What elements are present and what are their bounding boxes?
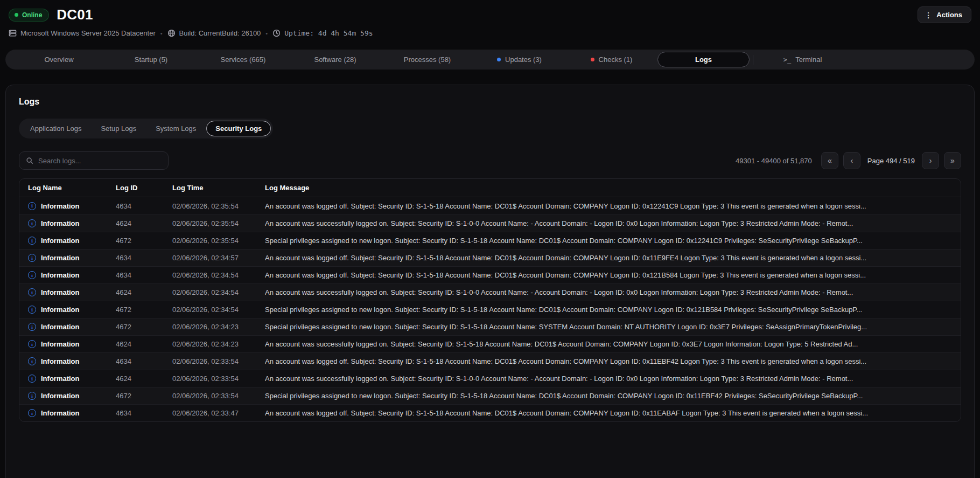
column-header-log-time: Log Time [172,184,265,192]
log-table: Log Name Log ID Log Time Log Message i I… [19,178,961,422]
tab-services[interactable]: Services (665) [197,52,289,67]
log-message: Special privileges assigned to new logon… [265,323,952,331]
log-id: 4672 [116,237,172,245]
tab-logs[interactable]: Logs [657,52,750,67]
table-row[interactable]: i Information 4634 02/06/2026, 02:34:57 … [19,249,961,266]
log-time: 02/06/2026, 02:33:47 [172,409,265,417]
uptime-info: Uptime: 4d 4h 54m 59s [272,29,373,37]
tab-software[interactable]: Software (28) [289,52,381,67]
table-row[interactable]: i Information 4624 02/06/2026, 02:35:54 … [19,214,961,232]
log-level: Information [41,306,80,314]
info-icon: i [28,237,36,245]
subtab-system-logs[interactable]: System Logs [146,121,205,136]
log-time: 02/06/2026, 02:34:57 [172,254,265,262]
table-row[interactable]: i Information 4634 02/06/2026, 02:33:47 … [19,404,961,421]
status-label: Online [22,11,42,19]
info-icon: i [28,323,36,331]
log-message: An account was logged off. Subject: Secu… [265,357,952,365]
build-text: Build: CurrentBuild: 26100 [179,29,261,37]
log-id: 4624 [116,375,172,383]
updates-notification-dot-icon [497,58,501,61]
uptime-text: Uptime: 4d 4h 54m 59s [284,29,373,37]
meta-separator: • [160,30,163,37]
build-info: Build: CurrentBuild: 26100 [167,29,261,37]
log-level: Information [41,375,80,383]
log-time: 02/06/2026, 02:34:23 [172,323,265,331]
tab-label: Logs [695,56,712,64]
tab-startup[interactable]: Startup (5) [105,52,197,67]
tab-processes[interactable]: Processes (58) [381,52,473,67]
tab-label: Overview [44,56,73,64]
server-icon [9,29,17,37]
search-input[interactable] [38,157,162,165]
last-page-button[interactable]: » [944,152,961,169]
column-header-log-message: Log Message [265,184,952,192]
table-row[interactable]: i Information 4672 02/06/2026, 02:33:54 … [19,387,961,404]
log-time: 02/06/2026, 02:33:54 [172,392,265,400]
subtab-application-logs[interactable]: Application Logs [21,121,90,136]
log-time: 02/06/2026, 02:34:23 [172,340,265,348]
log-id: 4634 [116,357,172,365]
table-row[interactable]: i Information 4672 02/06/2026, 02:34:23 … [19,318,961,335]
next-page-button[interactable]: › [922,152,939,169]
log-message: An account was logged off. Subject: Secu… [265,409,952,417]
table-row[interactable]: i Information 4634 02/06/2026, 02:33:54 … [19,352,961,370]
os-info: Microsoft Windows Server 2025 Datacenter [9,29,156,37]
table-row[interactable]: i Information 4672 02/06/2026, 02:34:54 … [19,301,961,318]
log-message: An account was successfully logged on. S… [265,375,952,383]
log-message: An account was successfully logged on. S… [265,340,952,348]
log-id: 4634 [116,409,172,417]
online-dot-icon [15,13,18,17]
clock-icon [272,29,281,37]
subtab-setup-logs[interactable]: Setup Logs [92,121,145,136]
result-range-text: 49301 - 49400 of 51,870 [736,157,812,165]
log-level: Information [41,357,80,365]
table-header-row: Log Name Log ID Log Time Log Message [19,179,961,197]
table-row[interactable]: i Information 4624 02/06/2026, 02:34:23 … [19,335,961,352]
os-name: Microsoft Windows Server 2025 Datacenter [20,29,156,37]
tab-label: Processes (58) [404,56,451,64]
kebab-menu-icon: ⋮ [925,11,932,19]
tab-terminal[interactable]: >_ Terminal [757,52,849,67]
info-icon: i [28,375,36,383]
table-row[interactable]: i Information 4634 02/06/2026, 02:35:54 … [19,197,961,214]
log-level: Information [41,288,80,296]
tab-checks[interactable]: Checks (1) [565,52,657,67]
tab-updates[interactable]: Updates (3) [473,52,565,67]
log-level: Information [41,237,80,245]
info-icon: i [28,306,36,314]
next-page-icon: › [929,157,932,164]
actions-button[interactable]: ⋮ Actions [918,6,971,23]
subtab-security-logs[interactable]: Security Logs [206,121,271,136]
table-row[interactable]: i Information 4624 02/06/2026, 02:33:54 … [19,370,961,387]
log-id: 4634 [116,202,172,210]
log-id: 4634 [116,271,172,279]
info-icon: i [28,202,36,210]
logs-panel: Logs Application Logs Setup Logs System … [5,85,975,478]
table-row[interactable]: i Information 4624 02/06/2026, 02:34:54 … [19,283,961,301]
log-level: Information [41,254,80,262]
tab-label: Services (665) [221,56,266,64]
info-icon: i [28,340,36,348]
table-body: i Information 4634 02/06/2026, 02:35:54 … [19,197,961,421]
log-time: 02/06/2026, 02:35:54 [172,202,265,210]
subtab-label: Application Logs [30,124,81,133]
log-message: An account was logged off. Subject: Secu… [265,254,952,262]
column-header-log-id: Log ID [116,184,172,192]
log-id: 4634 [116,254,172,262]
status-badge: Online [9,9,49,22]
log-time: 02/06/2026, 02:34:54 [172,288,265,296]
tab-overview[interactable]: Overview [13,52,105,67]
prev-page-button[interactable]: ‹ [843,152,860,169]
table-row[interactable]: i Information 4634 02/06/2026, 02:34:54 … [19,266,961,283]
table-row[interactable]: i Information 4672 02/06/2026, 02:35:54 … [19,232,961,249]
first-page-icon: « [828,157,832,164]
tab-label: Terminal [795,56,822,64]
info-icon: i [28,409,36,417]
terminal-icon: >_ [783,56,791,64]
first-page-button[interactable]: « [821,152,838,169]
log-level: Information [41,340,80,348]
pagination: 49301 - 49400 of 51,870 « ‹ Page 494 / 5… [736,152,961,169]
log-level: Information [41,392,80,400]
info-icon: i [28,288,36,296]
